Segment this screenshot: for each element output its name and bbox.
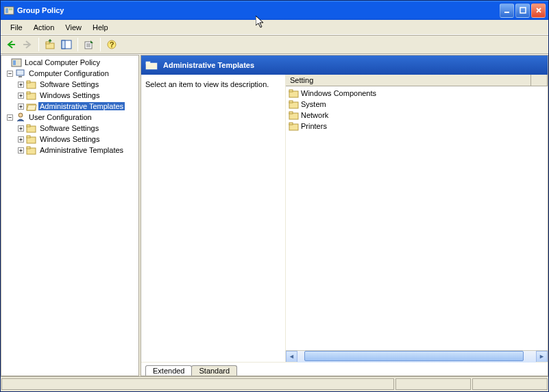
tree-label: Windows Settings [38,135,101,143]
minimize-button[interactable] [500,3,514,18]
column-spacer[interactable] [531,75,548,86]
list-item[interactable]: System [289,99,545,110]
svg-point-21 [19,113,23,117]
description-column: Select an item to view its description. [141,75,285,362]
help-button[interactable]: ? [104,37,119,52]
svg-rect-25 [27,136,30,138]
show-hide-tree-button[interactable] [59,37,74,52]
tree-root[interactable]: Local Computer Policy [1,57,138,68]
list-label: Printers [301,122,327,130]
expand-icon[interactable]: + [18,82,24,88]
tree-computer-config[interactable]: − Computer Configuration [1,68,138,79]
details-header: Administrative Templates [141,56,548,75]
svg-rect-33 [289,101,293,103]
expand-icon[interactable]: + [18,125,24,132]
expand-icon[interactable]: + [18,93,24,99]
export-list-button[interactable] [82,37,97,52]
tree-user-windows[interactable]: + Windows Settings [1,134,138,145]
details-pane: Administrative Templates Select an item … [141,55,548,376]
tree-label: Windows Settings [38,91,101,99]
list-label: System [301,100,326,108]
list-item[interactable]: Network [289,110,545,121]
svg-rect-1 [5,8,8,13]
scroll-thumb[interactable] [304,351,524,361]
svg-rect-35 [289,112,293,114]
tree-user-config[interactable]: − User Configuration [1,112,138,123]
maximize-button[interactable] [515,3,530,18]
list-item[interactable]: Windows Components [289,88,545,99]
scroll-track[interactable] [297,351,536,363]
folder-icon [289,99,300,109]
svg-rect-6 [46,42,49,44]
tabs: Extended Standard [141,362,548,376]
folder-icon [26,123,37,134]
tree-user-software[interactable]: + Software Settings [1,123,138,134]
svg-rect-19 [27,92,30,94]
svg-text:?: ? [110,40,114,49]
user-icon [15,112,26,123]
menu-view[interactable]: View [60,22,87,33]
tree-label: Computer Configuration [27,69,110,77]
scroll-right-button[interactable]: ► [536,351,548,363]
svg-rect-31 [289,90,293,92]
tree-comp-software[interactable]: + Software Settings [1,79,138,90]
svg-rect-3 [504,12,509,13]
svg-rect-13 [13,60,16,65]
svg-rect-23 [27,125,30,127]
tree-pane[interactable]: Local Computer Policy − Computer Configu… [1,55,139,376]
column-header-row: Setting [286,75,548,86]
forward-button[interactable] [20,37,35,52]
folder-icon [289,110,300,120]
body: Local Computer Policy − Computer Configu… [1,54,548,376]
tree-label-selected: Administrative Templates [38,102,125,110]
status-bar [1,376,548,391]
folder-icon [26,90,37,101]
up-button[interactable] [42,37,58,52]
menu-help[interactable]: Help [87,22,114,33]
app-icon [3,5,14,16]
status-cell [472,378,548,390]
folder-icon [26,134,37,145]
svg-rect-4 [520,8,526,13]
collapse-icon[interactable]: − [7,114,13,121]
expand-icon[interactable]: + [18,147,24,154]
svg-rect-2 [9,8,12,10]
list-body[interactable]: Windows Components System Network P [286,86,548,350]
tree-label: Software Settings [38,124,100,132]
close-button[interactable] [531,3,546,18]
collapse-icon[interactable]: − [7,71,13,77]
description-text: Select an item to view its description. [145,80,281,88]
svg-rect-14 [16,70,24,75]
list-label: Windows Components [301,89,376,97]
tree-comp-admin[interactable]: + Administrative Templates [1,101,138,112]
policy-icon [11,57,22,68]
menu-bar: File Action View Help [1,20,548,35]
scroll-left-button[interactable]: ◄ [286,351,297,363]
title-bar[interactable]: Group Policy [1,1,548,20]
svg-rect-15 [19,76,22,77]
window-title: Group Policy [17,6,64,14]
status-cell [1,378,394,390]
tab-standard[interactable]: Standard [191,365,237,376]
svg-rect-29 [146,62,150,64]
expand-icon[interactable]: + [18,136,24,143]
svg-rect-8 [62,40,65,49]
tree-label: User Configuration [27,113,93,121]
folder-open-icon [26,101,37,112]
status-cell [395,378,471,390]
menu-action[interactable]: Action [28,22,60,33]
svg-rect-27 [27,147,30,149]
column-setting[interactable]: Setting [286,75,531,86]
tab-extended[interactable]: Extended [145,365,192,376]
tree-user-admin[interactable]: + Administrative Templates [1,145,138,156]
menu-file[interactable]: File [5,22,28,33]
svg-rect-17 [27,81,30,83]
expand-icon[interactable]: + [18,103,24,110]
window: Group Policy File Action View Help ? Loc… [0,0,549,392]
horizontal-scrollbar[interactable]: ◄ ► [286,350,548,362]
folder-icon [289,121,300,131]
computer-icon [15,68,26,79]
back-button[interactable] [3,37,19,52]
tree-comp-windows[interactable]: + Windows Settings [1,90,138,101]
list-item[interactable]: Printers [289,121,545,132]
